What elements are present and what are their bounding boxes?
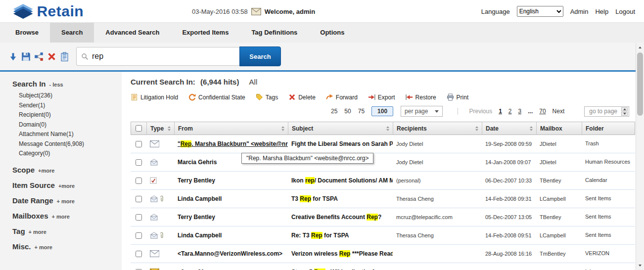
save-icon[interactable] — [21, 51, 31, 62]
search-icon — [81, 53, 89, 60]
per-page-100[interactable]: 100 — [371, 106, 393, 116]
action-forward[interactable]: Forward — [326, 93, 358, 101]
toggle-date-range[interactable]: + more — [57, 198, 75, 204]
sort-icon[interactable] — [530, 126, 533, 131]
search-button[interactable]: Search — [239, 46, 281, 66]
scroll-down-button[interactable] — [636, 262, 644, 270]
sidebar-section-scope[interactable]: Scope+more — [12, 166, 122, 174]
arrow-down-icon[interactable] — [8, 51, 18, 62]
column-header-type[interactable]: Type — [147, 122, 175, 135]
app-header: Retain 03-May-2016 03:58 Welcome, admin … — [0, 0, 644, 23]
admin-link[interactable]: Admin — [570, 8, 589, 15]
per-page-50[interactable]: 50 — [344, 108, 351, 115]
filter-message-content-6-908[interactable]: Message Content(6,908) — [19, 139, 122, 149]
from-cell[interactable]: "Rep. Marsha Blackburn" <website@nrcc.or — [174, 140, 288, 147]
share-icon[interactable] — [34, 51, 44, 62]
action-tags[interactable]: Tags — [256, 93, 278, 101]
column-header-mailbox[interactable]: Mailbox — [537, 122, 582, 135]
next-link[interactable]: Next — [552, 108, 565, 115]
column-header-subject[interactable]: Subject — [288, 122, 393, 135]
logout-link[interactable]: Logout — [615, 8, 635, 15]
tab-advanced-search[interactable]: Advanced Search — [94, 23, 171, 43]
sort-icon[interactable] — [281, 126, 284, 131]
filter-sender-1[interactable]: Sender(1) — [19, 101, 122, 111]
toggle-misc[interactable]: + more — [35, 244, 52, 250]
toggle-scope[interactable]: +more — [38, 168, 54, 174]
per-page-75[interactable]: 75 — [358, 108, 365, 115]
column-header-date[interactable]: Date — [482, 122, 537, 135]
filter-attachment-name-1[interactable]: Attachment Name(1) — [19, 130, 122, 139]
tab-search[interactable]: Search — [50, 23, 94, 43]
table-row[interactable]: <Tara.Manno@VerizonWireless.com>Verizon … — [131, 245, 635, 263]
row-checkbox[interactable] — [136, 214, 142, 221]
sidebar-section-search-in[interactable]: Search In- less — [12, 80, 122, 88]
toggle-mailboxes[interactable]: + more — [52, 214, 70, 220]
table-row[interactable]: Terry BentleyCreative Benefits Account R… — [131, 208, 635, 226]
table-row[interactable]: c0neve01Stage 5 Rep - Wikipedia, the fre… — [131, 263, 635, 270]
page-1[interactable]: 1 — [499, 108, 502, 115]
scroll-up-button[interactable] — [636, 44, 644, 51]
page-70[interactable]: 70 — [539, 108, 546, 115]
action-litigation-hold[interactable]: Litigation Hold — [131, 93, 178, 101]
row-checkbox[interactable] — [136, 251, 142, 257]
sidebar-section-date-range[interactable]: Date Range+ more — [12, 196, 122, 205]
type-cell — [146, 232, 174, 239]
sort-icon[interactable] — [475, 126, 478, 131]
sidebar-section-item-source[interactable]: Item Source+more — [12, 181, 122, 189]
toggle-search-in[interactable]: - less — [49, 82, 63, 88]
row-checkbox[interactable] — [136, 178, 142, 184]
table-row[interactable]: Linda CampbellRe: T3 Rep for TSPATherasa… — [131, 226, 635, 245]
language-select[interactable]: English — [517, 6, 563, 17]
action-export[interactable]: Export — [368, 93, 395, 101]
help-link[interactable]: Help — [595, 8, 608, 15]
row-checkbox[interactable] — [136, 196, 142, 202]
tab-exported-items[interactable]: Exported Items — [171, 23, 240, 43]
table-row[interactable]: "Rep. Marsha Blackburn" <website@nrcc.or… — [131, 135, 635, 153]
scrollbar-thumb[interactable] — [637, 52, 643, 116]
clipboard-icon[interactable] — [59, 51, 69, 62]
tab-options[interactable]: Options — [309, 23, 356, 43]
print-icon — [447, 93, 454, 101]
row-checkbox[interactable] — [136, 141, 142, 147]
table-row[interactable]: Terry BentleyIkon rep/ Document Solution… — [131, 172, 635, 190]
filter-category-0[interactable]: Category(0) — [19, 149, 122, 159]
previous-link[interactable]: Previous — [469, 108, 492, 115]
row-checkbox[interactable] — [136, 232, 142, 239]
retain-logo[interactable]: Retain — [13, 3, 84, 20]
sidebar-section-mailboxes[interactable]: Mailboxes+ more — [12, 212, 122, 220]
tab-browse[interactable]: Browse — [4, 23, 50, 43]
goto-page-input[interactable]: go to page — [584, 106, 629, 117]
delete-icon[interactable] — [46, 51, 56, 62]
table-row[interactable]: Linda CampbellT3 Rep for TSPATherasa Che… — [131, 190, 635, 208]
sort-icon[interactable] — [168, 126, 171, 131]
per-page-select[interactable]: per page — [401, 106, 443, 117]
select-all-checkbox[interactable] — [136, 125, 142, 132]
table-row[interactable]: Marcia GehrisJody Dietel14-Jan-2008 09:0… — [131, 153, 635, 172]
filter-subject-236[interactable]: Subject(236) — [19, 91, 122, 101]
action-print[interactable]: Print — [447, 93, 469, 101]
filter-domain-0[interactable]: Domain(0) — [19, 120, 122, 130]
action-restore[interactable]: Restore — [406, 93, 436, 101]
column-header-folder[interactable]: Folder — [582, 122, 636, 135]
vertical-scrollbar[interactable] — [636, 43, 644, 270]
column-header-recipients[interactable]: Recipients — [393, 122, 482, 135]
action-delete[interactable]: Delete — [288, 93, 316, 101]
sidebar-section-tag[interactable]: Tag+ more — [12, 227, 122, 235]
sort-icon[interactable] — [386, 126, 389, 131]
column-header-from[interactable]: From — [175, 122, 288, 135]
spinner-down-button[interactable] — [621, 112, 628, 116]
tab-tag-definitions[interactable]: Tag Definitions — [240, 23, 309, 43]
row-checkbox[interactable] — [136, 159, 142, 166]
page-2[interactable]: 2 — [508, 108, 512, 115]
filter-recipient-0[interactable]: Recipient(0) — [19, 110, 122, 120]
page-3[interactable]: 3 — [518, 108, 522, 115]
scope-all-link[interactable]: All — [249, 78, 258, 86]
toggle-item-source[interactable]: +more — [58, 183, 75, 189]
search-input[interactable] — [92, 52, 235, 61]
spinner-up-button[interactable] — [621, 107, 628, 111]
action-confidential-state[interactable]: Confidential State — [188, 93, 245, 101]
toggle-tag[interactable]: + more — [29, 229, 46, 235]
sidebar-section-misc[interactable]: Misc.+ more — [12, 242, 122, 251]
folder-cell: Sent Items — [582, 232, 635, 239]
per-page-25[interactable]: 25 — [331, 108, 337, 115]
